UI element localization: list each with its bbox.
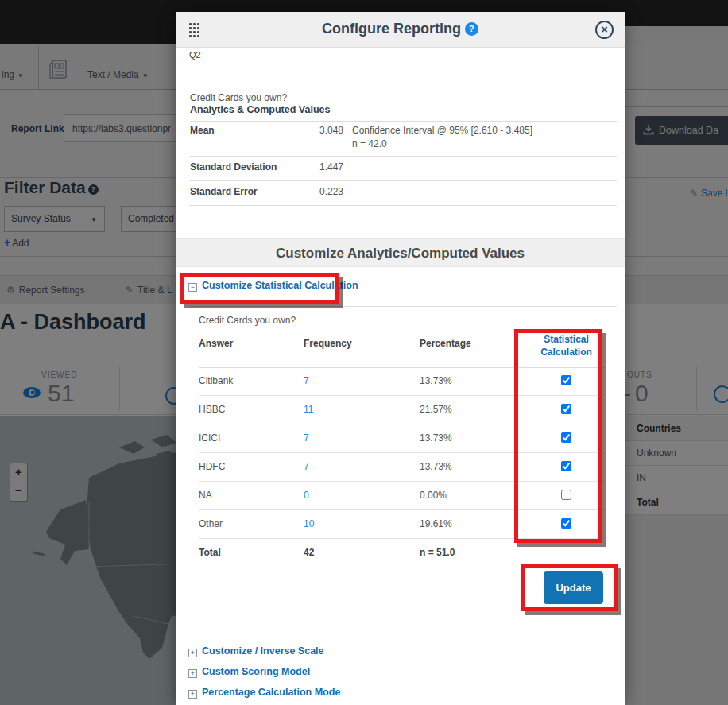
close-icon[interactable]: × [595, 21, 614, 39]
frequency-link[interactable]: 7 [304, 432, 309, 444]
table-row: Other 10 19.61% [199, 510, 604, 539]
help-icon[interactable]: ? [465, 22, 478, 36]
divider [190, 205, 617, 206]
stat-calc-checkbox[interactable] [561, 404, 571, 414]
stat-calc-checkbox[interactable] [561, 461, 571, 471]
question-text: Credit Cards you own? [190, 92, 287, 103]
expand-icon: + [188, 669, 197, 678]
update-button[interactable]: Update [544, 571, 603, 604]
column-header-answer: Answer [199, 338, 233, 349]
table-row: HSBC 11 21.57% [199, 396, 604, 424]
table-row: HDFC 7 13.73% [199, 453, 604, 482]
stat-calc-checkbox[interactable] [561, 432, 571, 443]
analytics-heading: Analytics & Computed Values [190, 104, 330, 115]
customize-inverse-scale-link[interactable]: +Customize / Inverse Scale [188, 645, 324, 657]
n-note: n = 42.0 [352, 138, 387, 149]
configure-reporting-modal: Configure Reporting? × Q2 Credit Cards y… [176, 12, 625, 705]
percentage-cell: 13.73% [420, 461, 452, 472]
screen: ing▼ Text / Media▼ Report Link Download … [0, 0, 728, 705]
column-header-statistical-calculation: Statistical Calculation [529, 333, 604, 358]
analytics-row-value: 0.223 [319, 186, 343, 197]
table-row: Citibank 7 13.73% [199, 367, 604, 396]
frequency-link[interactable]: 7 [304, 461, 309, 472]
divider [190, 156, 617, 157]
table-row-total: Total 42 n = 51.0 [199, 539, 604, 567]
percentage-cell: 13.73% [420, 432, 452, 444]
customize-statistical-calculation-link[interactable]: −Customize Statistical Calculation [188, 280, 358, 292]
answer-cell: NA [199, 490, 212, 501]
frequency-link[interactable]: 0 [304, 490, 309, 501]
total-label: Total [199, 547, 221, 558]
answer-cell: Citibank [199, 375, 233, 386]
collapse-icon: − [188, 283, 197, 292]
percentage-cell: 19.61% [420, 518, 452, 529]
custom-scoring-model-link[interactable]: +Custom Scoring Model [188, 666, 310, 678]
divider [190, 306, 617, 307]
stat-calc-checkbox[interactable] [561, 490, 571, 500]
analytics-row-label: Mean [190, 125, 215, 136]
expand-icon: + [188, 649, 197, 657]
analytics-row-label: Standard Error [190, 186, 258, 197]
percentage-cell: 0.00% [420, 490, 447, 501]
divider [190, 121, 617, 122]
analytics-row-value: 1.447 [319, 161, 343, 172]
column-header-percentage: Percentage [420, 338, 471, 349]
confidence-interval-note: Confidence Interval @ 95% [2.610 - 3.485… [352, 125, 532, 136]
table-row: NA 0 0.00% [199, 482, 604, 510]
percentage-cell: 13.73% [420, 375, 452, 386]
question-text: Credit Cards you own? [199, 315, 296, 326]
analytics-row-label: Standard Deviation [190, 161, 277, 172]
total-frequency: 42 [304, 547, 314, 558]
percentage-cell: 21.57% [420, 404, 452, 415]
percentage-calculation-mode-link[interactable]: +Percentage Calculation Mode [188, 687, 340, 699]
answer-cell: ICICI [199, 432, 220, 444]
analytics-row-value: 3.048 [319, 125, 343, 136]
modal-title: Configure Reporting? [176, 21, 625, 37]
stat-calc-checkbox[interactable] [561, 518, 571, 529]
frequency-link[interactable]: 7 [304, 375, 309, 386]
answer-cell: Other [199, 518, 223, 529]
stat-calc-checkbox[interactable] [561, 375, 571, 385]
answer-cell: HDFC [199, 461, 225, 472]
customize-section-heading: Customize Analytics/Computed Values [176, 238, 625, 267]
expand-icon: + [188, 690, 197, 699]
frequency-link[interactable]: 10 [304, 518, 314, 529]
answer-cell: HSBC [199, 404, 225, 415]
column-header-frequency: Frequency [304, 338, 352, 349]
divider [190, 180, 617, 181]
question-code: Q2 [189, 50, 201, 60]
total-n: n = 51.0 [420, 547, 455, 558]
frequency-link[interactable]: 11 [304, 404, 313, 415]
table-row: ICICI 7 13.73% [199, 424, 604, 453]
